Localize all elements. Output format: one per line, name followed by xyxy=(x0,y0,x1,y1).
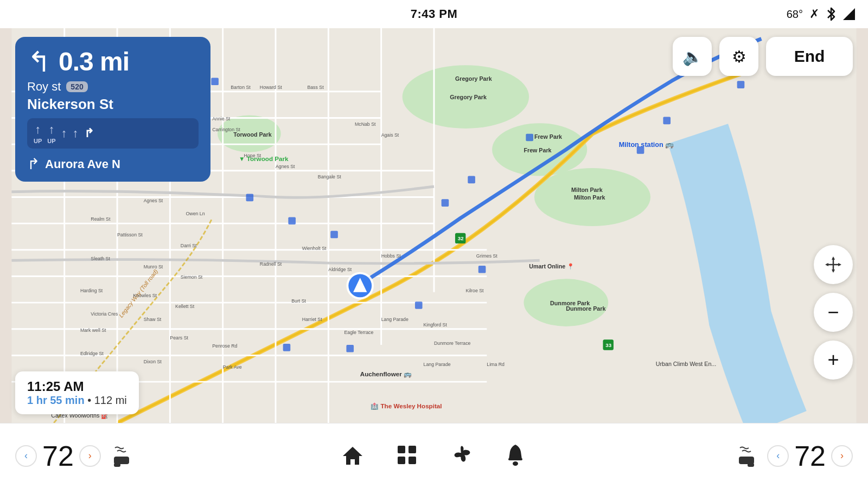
right-increase-icon: › xyxy=(840,450,844,461)
turn-arrow-icon: ↱ xyxy=(27,48,51,76)
home-icon xyxy=(342,444,363,466)
svg-text:Owen Ln: Owen Ln xyxy=(186,211,205,217)
svg-text:Pattisson St: Pattisson St xyxy=(117,232,143,237)
svg-text:Sleath St: Sleath St xyxy=(91,256,110,261)
svg-text:Darri St: Darri St xyxy=(181,243,197,248)
svg-text:Frew Park: Frew Park xyxy=(534,133,562,140)
temperature-display: 68° xyxy=(787,8,803,21)
svg-text:Urban Climb West En...: Urban Climb West En... xyxy=(656,361,716,367)
seat-heat-left-icon xyxy=(112,445,131,467)
svg-text:Pears St: Pears St xyxy=(170,335,188,341)
fan-icon xyxy=(450,444,472,466)
svg-text:Kilroe St: Kilroe St xyxy=(465,288,484,293)
svg-rect-98 xyxy=(288,217,296,224)
left-climate-section: ‹ 72 › xyxy=(15,440,131,472)
zoom-in-icon: + xyxy=(827,349,839,371)
via-street-name: Aurora Ave N xyxy=(45,157,120,171)
svg-text:Barton St: Barton St xyxy=(231,85,251,90)
svg-text:Knowles St: Knowles St xyxy=(133,293,157,298)
settings-icon: ⚙ xyxy=(732,47,746,66)
svg-text:Victoria Cres: Victoria Cres xyxy=(91,311,118,317)
svg-rect-120 xyxy=(114,463,120,467)
svg-rect-99 xyxy=(330,231,338,239)
svg-rect-101 xyxy=(468,176,475,184)
right-decrease-icon: ‹ xyxy=(776,450,780,461)
svg-rect-129 xyxy=(739,457,754,464)
svg-text:Howard St: Howard St xyxy=(260,85,282,90)
settings-button[interactable]: ⚙ xyxy=(719,37,758,76)
svg-text:Milton Park: Milton Park xyxy=(574,194,605,201)
street-name-2: Nickerson St xyxy=(27,96,199,113)
svg-text:Milton station 🚌: Milton station 🚌 xyxy=(619,140,674,149)
left-decrease-icon: ‹ xyxy=(24,450,28,461)
svg-text:Aldridge St: Aldridge St xyxy=(328,267,352,272)
grid-button[interactable] xyxy=(396,444,418,468)
svg-rect-130 xyxy=(748,463,754,467)
seat-heat-right-icon xyxy=(737,445,756,467)
svg-text:Realm St: Realm St xyxy=(91,216,111,222)
fan-button[interactable] xyxy=(450,444,472,468)
svg-text:Eagle Terrace: Eagle Terrace xyxy=(344,330,374,335)
right-seat-heat xyxy=(737,445,756,467)
end-navigation-button[interactable]: End xyxy=(766,37,853,76)
svg-text:Gregory Park: Gregory Park xyxy=(455,75,492,82)
eta-card: 11:25 AM 1 hr 55 min • 112 mi xyxy=(15,371,139,414)
duration-text: 1 hr 55 min xyxy=(27,394,85,406)
home-button[interactable] xyxy=(342,444,363,468)
svg-rect-124 xyxy=(398,457,405,464)
right-temp-decrease-button[interactable]: ‹ xyxy=(767,445,789,467)
right-temp-increase-button[interactable]: › xyxy=(831,445,853,467)
right-climate-section: ‹ 72 › xyxy=(737,440,853,472)
left-temp-increase-button[interactable]: › xyxy=(79,445,101,467)
svg-text:32: 32 xyxy=(458,235,464,241)
move-map-button[interactable] xyxy=(814,245,853,284)
svg-rect-104 xyxy=(663,117,671,125)
status-bar: 7:43 PM 68° ✗ xyxy=(0,0,868,28)
svg-marker-116 xyxy=(832,269,835,273)
left-temp-decrease-button[interactable]: ‹ xyxy=(15,445,37,467)
svg-point-128 xyxy=(513,461,518,466)
svg-text:Burt St: Burt St xyxy=(291,298,306,304)
move-icon xyxy=(824,255,843,274)
clock-display: 7:43 PM xyxy=(411,7,458,21)
arrival-time: 11:25 AM xyxy=(27,379,127,394)
top-controls: 🔈 ⚙ End xyxy=(673,37,853,76)
svg-text:Lima Rd: Lima Rd xyxy=(487,362,505,367)
svg-rect-109 xyxy=(478,266,486,273)
zoom-out-button[interactable]: − xyxy=(814,293,853,332)
map-controls: − + xyxy=(814,245,853,380)
lane-1: ↑ UP xyxy=(34,123,42,144)
svg-text:Lang Parade: Lang Parade xyxy=(381,317,409,322)
svg-text:Agais St: Agais St xyxy=(381,132,399,138)
svg-marker-117 xyxy=(825,263,828,266)
svg-text:Agnes St: Agnes St xyxy=(144,198,163,203)
zoom-in-button[interactable]: + xyxy=(814,341,853,380)
bell-icon xyxy=(505,443,526,467)
svg-text:33: 33 xyxy=(605,342,611,348)
svg-marker-115 xyxy=(832,256,835,260)
bluetooth-icon-svg xyxy=(826,7,837,21)
volume-button[interactable]: 🔈 xyxy=(673,37,712,76)
svg-text:Agnes St: Agnes St xyxy=(276,164,295,169)
notification-button[interactable] xyxy=(505,443,526,469)
svg-marker-118 xyxy=(838,263,841,266)
svg-text:Park Ave: Park Ave xyxy=(223,364,242,370)
svg-text:Mark well St: Mark well St xyxy=(80,328,106,333)
svg-rect-122 xyxy=(398,446,405,453)
left-seat-heat xyxy=(112,445,131,467)
svg-text:Frew Park: Frew Park xyxy=(524,147,551,153)
svg-rect-96 xyxy=(211,78,219,85)
route-badge: 520 xyxy=(66,81,87,92)
svg-text:Dunmore Park: Dunmore Park xyxy=(566,305,605,312)
svg-text:Penrose Rd: Penrose Rd xyxy=(212,343,237,349)
svg-text:Gregory Park: Gregory Park xyxy=(450,94,487,100)
lane-2: ↑ UP xyxy=(47,123,55,144)
svg-text:McNab St: McNab St xyxy=(355,121,376,127)
svg-marker-0 xyxy=(843,8,855,20)
svg-text:Carrington St: Carrington St xyxy=(212,127,240,132)
end-label: End xyxy=(794,47,825,66)
distance-display: 0.3 mi xyxy=(59,47,129,76)
left-increase-icon: › xyxy=(88,450,92,461)
svg-text:▼ Torwood Park: ▼ Torwood Park xyxy=(239,155,289,162)
lane-5: ↱ xyxy=(84,126,94,140)
